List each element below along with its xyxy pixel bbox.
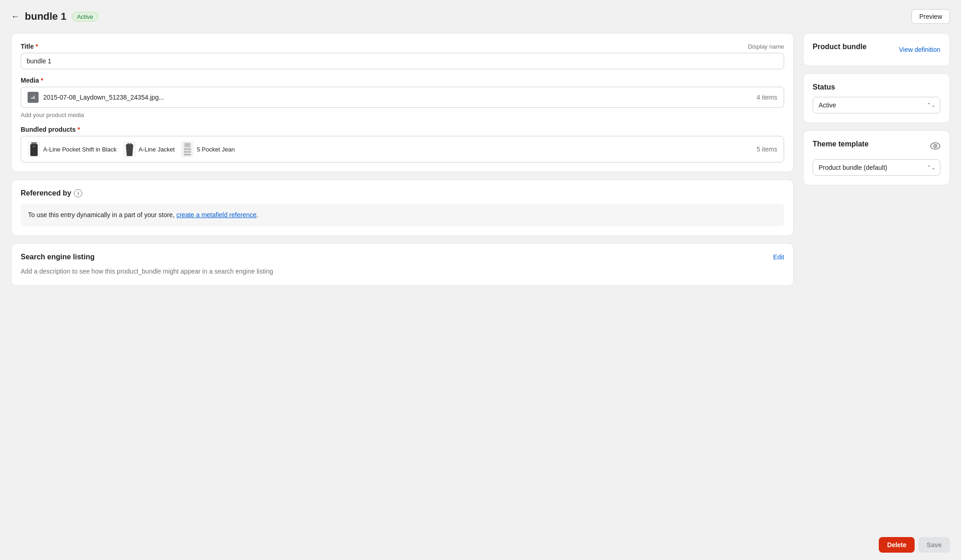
title-field-group: Title * Display name <box>21 43 784 69</box>
page-header: ← bundle 1 Active Preview <box>11 9 950 24</box>
bundled-required-star: * <box>78 126 80 133</box>
bundled-field-group: Bundled products * <box>21 126 784 162</box>
product-name-2: A-Line Jacket <box>139 146 175 153</box>
left-column: Title * Display name Media * <box>11 33 794 286</box>
media-field-box[interactable]: 2015-07-08_Laydown_51238_24354.jpg... 4 … <box>21 87 784 108</box>
bundled-label-left: Bundled products * <box>21 126 80 133</box>
media-label-left: Media * <box>21 77 43 84</box>
media-required-star: * <box>41 77 43 84</box>
back-button[interactable]: ← <box>11 12 19 22</box>
media-field-left: 2015-07-08_Laydown_51238_24354.jpg... <box>28 92 164 103</box>
seo-card: Search engine listing Edit Add a descrip… <box>11 243 794 286</box>
svg-rect-6 <box>185 143 190 147</box>
metafield-reference-link[interactable]: create a metafield reference <box>176 211 256 218</box>
info-icon[interactable]: i <box>74 189 82 197</box>
right-column: Product bundle View definition Status Ac… <box>803 33 950 185</box>
bundled-count: 5 items <box>757 146 777 153</box>
product-item-3: 5 Pocket Jean <box>181 141 234 157</box>
product-bundle-card: Product bundle View definition <box>803 33 950 66</box>
media-label-row: Media * <box>21 77 784 84</box>
bundled-label-row: Bundled products * <box>21 126 784 133</box>
media-label-text: Media <box>21 77 39 84</box>
seo-header: Search engine listing Edit <box>21 253 784 261</box>
title-input[interactable] <box>21 53 784 69</box>
product-name-1: A-Line Pocket Shift in Black <box>43 146 117 153</box>
title-label-row: Title * Display name <box>21 43 784 50</box>
preview-button[interactable]: Preview <box>911 9 950 24</box>
svg-rect-0 <box>30 94 36 101</box>
referenced-info-box: To use this entry dynamically in a part … <box>21 204 784 226</box>
status-badge: Active <box>72 12 98 22</box>
seo-description: Add a description to see how this produc… <box>21 267 784 276</box>
bundled-label-text: Bundled products <box>21 126 76 133</box>
theme-template-select-wrapper: Product bundle (default) ⌃⌄ <box>813 159 940 176</box>
theme-template-header: Theme template <box>813 140 940 154</box>
product-item-1: A-Line Pocket Shift in Black <box>28 141 117 157</box>
svg-rect-8 <box>184 151 191 152</box>
view-definition-link[interactable]: View definition <box>899 46 940 53</box>
theme-template-select[interactable]: Product bundle (default) <box>813 159 940 176</box>
product-name-3: 5 Pocket Jean <box>197 146 234 153</box>
bundled-products-list: A-Line Pocket Shift in Black A-Line Jack… <box>28 141 235 157</box>
header-left: ← bundle 1 Active <box>11 11 98 22</box>
title-required-star: * <box>36 43 38 50</box>
product-thumb-3 <box>181 141 194 157</box>
seo-title: Search engine listing <box>21 253 95 261</box>
status-card: Status Active Draft ⌃⌄ <box>803 73 950 123</box>
svg-rect-3 <box>30 144 38 156</box>
eye-icon[interactable] <box>930 142 940 152</box>
svg-rect-2 <box>31 142 37 144</box>
media-count: 4 items <box>757 94 777 101</box>
product-bundle-header: Product bundle View definition <box>813 43 940 56</box>
media-hint: Add your product media <box>21 112 784 118</box>
bottom-actions: Delete Save <box>0 530 961 560</box>
product-thumb-1 <box>28 141 40 157</box>
theme-template-title: Theme template <box>813 140 869 148</box>
product-bundle-title: Product bundle <box>813 43 866 51</box>
bundled-field-box[interactable]: A-Line Pocket Shift in Black A-Line Jack… <box>21 136 784 162</box>
status-select[interactable]: Active Draft <box>813 97 940 113</box>
main-info-card: Title * Display name Media * <box>11 33 794 172</box>
svg-rect-4 <box>33 146 35 147</box>
title-label-left: Title * <box>21 43 38 50</box>
referenced-pre-text: To use this entry dynamically in a part … <box>28 211 176 218</box>
media-field-group: Media * 2015-07-08_Laydown_51 <box>21 77 784 118</box>
referenced-by-label: Referenced by <box>21 189 71 197</box>
referenced-by-title: Referenced by i <box>21 189 784 197</box>
svg-rect-9 <box>184 154 191 155</box>
status-select-wrapper: Active Draft ⌃⌄ <box>813 97 940 113</box>
product-item-2: A-Line Jacket <box>123 141 175 157</box>
product-thumb-2 <box>123 141 136 157</box>
media-filename: 2015-07-08_Laydown_51238_24354.jpg... <box>43 94 164 101</box>
media-thumbnail <box>28 92 39 103</box>
main-layout: Title * Display name Media * <box>11 33 950 286</box>
status-card-title: Status <box>813 83 940 91</box>
display-name-hint: Display name <box>748 43 784 50</box>
svg-point-12 <box>935 145 936 146</box>
page-title: bundle 1 <box>25 11 66 22</box>
title-label-text: Title <box>21 43 34 50</box>
seo-edit-link[interactable]: Edit <box>773 253 784 261</box>
svg-rect-7 <box>184 149 191 150</box>
svg-point-1 <box>34 96 35 97</box>
referenced-by-card: Referenced by i To use this entry dynami… <box>11 179 794 236</box>
theme-template-card: Theme template Product bundle (default) … <box>803 130 950 185</box>
save-button[interactable]: Save <box>918 537 950 553</box>
delete-button[interactable]: Delete <box>879 537 915 553</box>
referenced-post-text: . <box>256 211 258 218</box>
